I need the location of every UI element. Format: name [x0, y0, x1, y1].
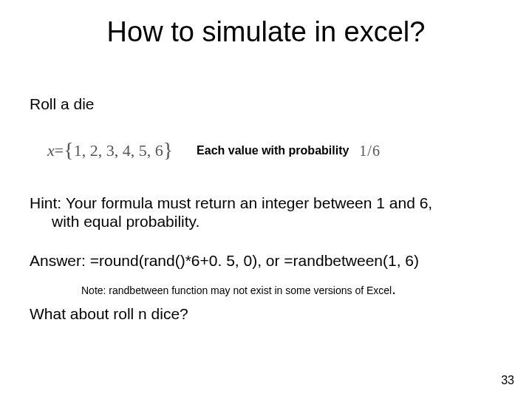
equation-caption: Each value with probability [197, 144, 349, 157]
what-about-text: What about roll n dice? [30, 304, 188, 323]
prob-numerator: 1 [359, 143, 366, 160]
equation-row: x = { 1, 2, 3, 4, 5, 6 } Each value with… [47, 139, 488, 163]
equation-values: 1, 2, 3, 4, 5, 6 [74, 141, 163, 160]
equation-probability: 1 / 6 [359, 143, 380, 160]
equation-lbrace: { [64, 138, 73, 162]
slide-title: How to simulate in excel? [0, 16, 532, 48]
equation-rbrace: } [163, 138, 173, 162]
hint-line2: with equal probability. [30, 212, 488, 231]
prob-denominator: 6 [372, 143, 380, 160]
equation-set: x = { 1, 2, 3, 4, 5, 6 } [47, 139, 173, 163]
roll-a-die-text: Roll a die [30, 95, 95, 113]
answer-text: Answer: =round(rand()*6+0. 5, 0), or =ra… [30, 251, 488, 270]
page-number: 33 [501, 374, 514, 387]
prob-slash: / [367, 143, 372, 160]
equation-equals: = [55, 141, 64, 160]
note-body: Note: randbetween function may not exist… [81, 284, 392, 296]
hint-line1: Hint: Your formula must return an intege… [30, 194, 432, 211]
note-text: Note: randbetween function may not exist… [81, 281, 396, 298]
hint-text: Hint: Your formula must return an intege… [30, 194, 488, 231]
slide: How to simulate in excel? Roll a die x =… [0, 0, 532, 399]
note-period: . [392, 281, 396, 297]
equation-x: x [47, 141, 55, 160]
